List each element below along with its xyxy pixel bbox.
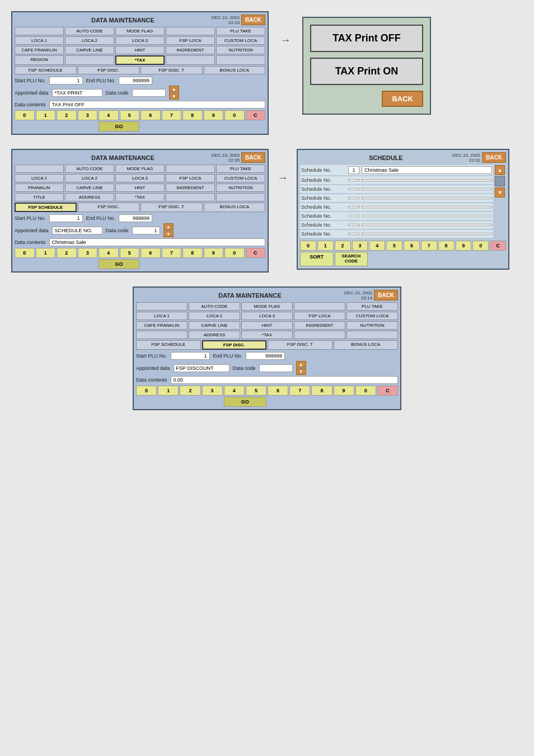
sched-num-6[interactable]: 6 (404, 241, 420, 251)
sched-num-1[interactable]: 1 (317, 241, 334, 251)
cell-3-address[interactable]: ADDRESS (189, 331, 240, 339)
cell-2-fspdisct[interactable]: FSP DISC. T (140, 203, 203, 212)
num-c-1[interactable]: C (246, 110, 266, 120)
num-7-1[interactable]: 7 (162, 110, 182, 120)
back-button-2[interactable]: BACK (241, 152, 265, 163)
sched-num-00[interactable]: 0 (472, 241, 489, 251)
cell-3-fsploca[interactable]: FSP LOCA (294, 312, 345, 320)
cell-2-loca3[interactable]: LOCA 3 (115, 174, 165, 182)
start-plu-value-1[interactable] (49, 77, 83, 84)
cell-carveline[interactable]: CARVE LINE (65, 46, 114, 54)
cell-2-modeflag[interactable]: MODE FLAG (115, 165, 165, 173)
cell-2-fspdisc[interactable]: FSP DISC. (78, 203, 140, 212)
cell-fspdisct[interactable]: FSP DISC. T (140, 66, 203, 74)
num-c-3[interactable]: C (377, 386, 398, 396)
scroll-up-1[interactable]: ▲ (169, 86, 179, 92)
sched-scroll-up[interactable]: ▲ (495, 165, 505, 175)
cell-3-loca3[interactable]: LOCA 3 (241, 312, 293, 320)
cell-loca2[interactable]: LOCA 2 (65, 36, 114, 45)
back-button-1[interactable]: BACK (241, 15, 265, 25)
scroll-down-3[interactable]: ▼ (296, 368, 306, 375)
cell-loca1[interactable]: LOCA 1 (15, 36, 64, 45)
cell-3-carveline[interactable]: CARVE LINE (189, 321, 240, 330)
cell-tax[interactable]: *TAX (115, 55, 165, 65)
cell-2-bonusloca[interactable]: BONUS LOCA (204, 203, 266, 212)
data-code-value-1[interactable] (132, 89, 166, 97)
schedule-back-button[interactable]: BACK (482, 152, 506, 163)
num-6-1[interactable]: 6 (140, 110, 161, 120)
sched-num-4[interactable]: 4 (369, 241, 385, 251)
num-0-1[interactable]: 0 (15, 110, 35, 120)
num-2-1[interactable]: 2 (57, 110, 77, 120)
num-9-2[interactable]: 9 (204, 248, 224, 258)
cell-2-loca1[interactable]: LOCA 1 (15, 174, 64, 182)
data-contents-value-3[interactable] (171, 376, 398, 384)
num-5-1[interactable]: 5 (120, 110, 140, 120)
cell-region[interactable]: REGION (15, 55, 64, 65)
cell-2-nutrition[interactable]: NUTRITION (216, 184, 265, 192)
cell-autocode[interactable]: AUTO CODE (65, 27, 114, 35)
cell-loca3[interactable]: LOCA 3 (115, 36, 165, 45)
cell-3-fspdisct[interactable]: FSP DISC. T (268, 340, 332, 350)
cell-customloca[interactable]: CUSTOM LOCA (216, 36, 265, 45)
cell-3-hint[interactable]: HINT (241, 321, 293, 330)
num-00-1[interactable]: 0 (224, 110, 245, 120)
appointed-value-2[interactable] (52, 227, 102, 234)
cell-3-tax[interactable]: *TAX (241, 331, 293, 339)
num-4-2[interactable]: 4 (99, 248, 119, 258)
end-plu-value-2[interactable] (119, 214, 152, 222)
num-3-1[interactable]: 3 (78, 110, 98, 120)
sched-num-c[interactable]: C (490, 241, 506, 251)
cell-hint[interactable]: HINT (115, 46, 165, 54)
end-plu-value-3[interactable] (246, 352, 285, 360)
tax-print-on-button[interactable]: TAX Print ON (310, 58, 423, 85)
num-00-2[interactable]: 0 (224, 248, 245, 258)
cell-2-customloca[interactable]: CUSTOM LOCA (216, 174, 265, 182)
cell-2-ingredient[interactable]: INGREDIENT (166, 184, 215, 192)
cell-2-plutake[interactable]: PLU TAKE (216, 165, 265, 173)
num-7-2[interactable]: 7 (162, 248, 182, 258)
sort-button[interactable]: SORT (300, 252, 334, 266)
cell-3-cafefranklin[interactable]: CAFE FRANKLIN (136, 321, 188, 330)
go-btn-3[interactable]: GO (224, 397, 266, 407)
num-7-3[interactable]: 7 (289, 386, 310, 396)
num-3-3[interactable]: 3 (202, 386, 223, 396)
cell-fsploca[interactable]: FSP LOCA (166, 36, 215, 45)
go-btn-2[interactable]: GO (99, 259, 139, 269)
scroll-up-2[interactable]: ▲ (163, 223, 174, 230)
end-plu-value-1[interactable] (119, 77, 152, 84)
num-8-1[interactable]: 8 (182, 110, 203, 120)
cell-2-hint[interactable]: HINT (115, 184, 165, 192)
cell-2-fsploca[interactable]: FSP LOCA (166, 174, 215, 182)
cell-3-loca2[interactable]: LOCA 2 (189, 312, 240, 320)
num-00-3[interactable]: 0 (355, 386, 376, 396)
cell-3-fspschedule[interactable]: FSP SCHEDULE (136, 340, 201, 350)
tax-print-off-button[interactable]: TAX Print OFF (310, 25, 423, 52)
num-9-1[interactable]: 9 (204, 110, 224, 120)
sched-scroll-down[interactable]: ▼ (495, 187, 505, 198)
cell-modeflag[interactable]: MODE FLAG (115, 27, 165, 35)
data-code-value-2[interactable] (132, 227, 160, 234)
cell-cafefranklin[interactable]: CAFE FRANKLIN (15, 46, 64, 54)
num-8-2[interactable]: 8 (182, 248, 203, 258)
num-6-3[interactable]: 6 (268, 386, 288, 396)
num-8-3[interactable]: 8 (311, 386, 332, 396)
tax-back-button[interactable]: BACK (382, 91, 423, 107)
sched-num-9[interactable]: 9 (456, 241, 472, 251)
start-plu-value-3[interactable] (171, 352, 210, 360)
sched-num-0[interactable]: 0 (300, 241, 316, 251)
num-6-2[interactable]: 6 (140, 248, 161, 258)
sched-num-8[interactable]: 8 (438, 241, 455, 251)
scroll-down-2[interactable]: ▼ (163, 231, 174, 237)
cell-plutake[interactable]: PLU TAKE (216, 27, 265, 35)
cell-2-title[interactable]: TITLE (15, 193, 64, 201)
sched-num-3[interactable]: 3 (352, 241, 368, 251)
num-5-2[interactable]: 5 (120, 248, 140, 258)
scroll-up-3[interactable]: ▲ (296, 361, 306, 368)
cell-3-customloca[interactable]: CUSTOM LOCA (346, 312, 398, 320)
cell-3-modeflag[interactable]: MODE FLAG (241, 302, 293, 311)
num-9-3[interactable]: 9 (334, 386, 354, 396)
cell-ingredient[interactable]: INGREDIENT (166, 46, 215, 54)
appointed-value-3[interactable] (174, 364, 229, 372)
cell-3-loca1[interactable]: LOCA 1 (136, 312, 188, 320)
